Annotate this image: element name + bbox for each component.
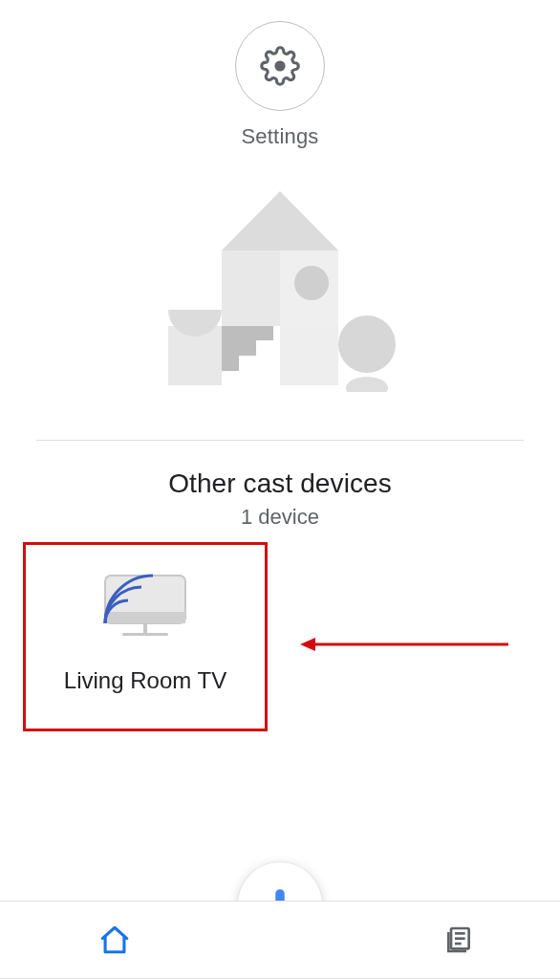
nav-home[interactable] <box>96 921 134 959</box>
settings-block: Settings <box>0 21 560 149</box>
feed-icon <box>443 925 474 955</box>
svg-marker-1 <box>222 191 338 250</box>
gear-icon <box>260 46 300 86</box>
svg-rect-7 <box>280 326 338 385</box>
section-subtitle: 1 device <box>0 505 560 530</box>
nav-feed[interactable] <box>440 921 478 959</box>
cast-tv-icon <box>99 570 191 642</box>
cast-devices-section: Other cast devices 1 device <box>0 468 560 530</box>
svg-rect-14 <box>122 633 168 636</box>
settings-label: Settings <box>241 124 318 149</box>
annotation-arrow <box>300 635 508 654</box>
bottom-nav <box>0 901 560 979</box>
svg-rect-12 <box>105 618 185 623</box>
svg-point-8 <box>338 315 396 373</box>
svg-point-9 <box>346 377 388 392</box>
svg-rect-2 <box>222 250 280 326</box>
section-title: Other cast devices <box>0 468 560 499</box>
home-icon <box>98 924 131 956</box>
svg-point-4 <box>294 266 329 300</box>
settings-button[interactable] <box>235 21 325 111</box>
home-illustration <box>151 191 409 392</box>
svg-point-0 <box>274 60 285 71</box>
device-living-room-tv[interactable]: Living Room TV <box>23 542 268 731</box>
divider <box>36 440 524 441</box>
device-name-label: Living Room TV <box>64 667 226 694</box>
svg-marker-16 <box>300 638 315 651</box>
svg-rect-13 <box>143 623 147 633</box>
